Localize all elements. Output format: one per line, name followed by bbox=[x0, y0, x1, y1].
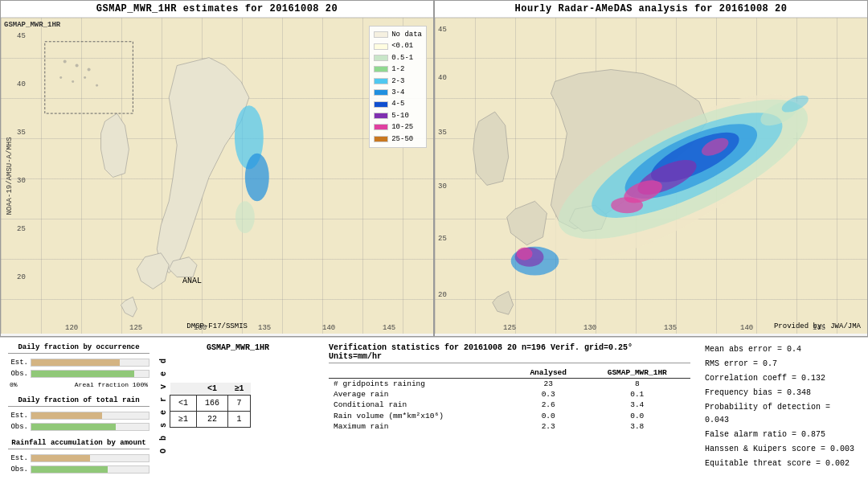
verif-title: Verification statistics for 20161008 20 … bbox=[329, 343, 690, 363]
lon-140: 140 bbox=[322, 324, 335, 332]
rain-obs-fill bbox=[31, 424, 116, 430]
legend-label-05-1: 0.5-1 bbox=[391, 52, 413, 64]
rain-est-fill bbox=[31, 412, 102, 419]
legend-color-nodata bbox=[374, 31, 388, 38]
cell-ge1-ge1: 1 bbox=[228, 412, 251, 428]
verif-table: Analysed GSMAP_MWR_1HR # gridpoints rain… bbox=[329, 367, 690, 432]
verif-gsmap-gridpoints: 8 bbox=[584, 379, 690, 389]
contingency-section: GSMAP_MWR_1HR O b s e r v e d <1 ≥1 bbox=[158, 342, 318, 488]
verif-analysed-rainvol: 0.0 bbox=[513, 410, 584, 421]
legend-label-25-50: 25-50 bbox=[391, 133, 413, 145]
occurrence-obs-fill bbox=[31, 371, 134, 377]
verif-row-rainvol: Rain volume (mm*km²x10⁶) 0.0 0.0 bbox=[329, 410, 690, 421]
verif-gsmap-rainvol: 0.0 bbox=[584, 410, 690, 421]
gsmap-corner-label: GSMAP_MWR_1HR bbox=[4, 21, 60, 29]
stat-mean-abs: Mean abs error = 0.4 bbox=[705, 343, 858, 356]
anal-label: ANAL bbox=[182, 277, 202, 285]
contingency-title: GSMAP_MWR_1HR bbox=[159, 343, 317, 352]
axis-areal: Areal fraction 100% bbox=[75, 381, 148, 388]
legend-label-1-2: 1-2 bbox=[391, 64, 404, 75]
verif-col-gsmap: GSMAP_MWR_1HR bbox=[584, 367, 690, 379]
lat-45: 45 bbox=[17, 32, 26, 40]
rain-obs-row: Obs. bbox=[8, 423, 149, 431]
empty-header bbox=[170, 383, 197, 396]
verif-gsmap-avgrain: 0.1 bbox=[584, 389, 690, 400]
svg-marker-21 bbox=[493, 291, 514, 314]
occurrence-est-track bbox=[31, 359, 149, 367]
legend-item-nodata: No data bbox=[374, 29, 422, 40]
right-lat-25: 25 bbox=[438, 235, 447, 243]
svg-point-14 bbox=[84, 76, 86, 79]
accum-est-label: Est. bbox=[8, 454, 28, 462]
svg-point-12 bbox=[59, 76, 62, 79]
right-lat-45: 45 bbox=[438, 26, 447, 34]
svg-point-11 bbox=[88, 68, 91, 72]
verif-label-avgrain: Average rain bbox=[329, 389, 513, 400]
legend-color-4-5 bbox=[374, 101, 388, 108]
row-ge1: ≥1 22 1 bbox=[170, 412, 251, 428]
stat-corr-coeff: Correlation coeff = 0.132 bbox=[705, 372, 858, 385]
contingency-wrapper: O b s e r v e d <1 ≥1 <1 bbox=[159, 357, 317, 453]
stat-freq-bias: Frequency bias = 0.348 bbox=[705, 387, 858, 400]
legend-label-2-3: 2-3 bbox=[391, 76, 404, 87]
cell-lt1-lt1: 166 bbox=[197, 396, 228, 412]
verif-row-avgrain: Average rain 0.3 0.1 bbox=[329, 389, 690, 400]
right-lat-40: 40 bbox=[438, 74, 447, 82]
legend-color-05-1 bbox=[374, 55, 388, 61]
legend-label-nodata: No data bbox=[391, 29, 422, 40]
legend-item-5-10: 5-10 bbox=[374, 110, 422, 121]
axis-0pct: 0% bbox=[10, 381, 18, 388]
stats-row: Daily fraction by occurrence Est. Obs. 0… bbox=[0, 338, 868, 492]
legend-color-25-50 bbox=[374, 136, 388, 142]
occurrence-est-fill bbox=[31, 359, 120, 366]
left-map-title: GSMAP_MWR_1HR estimates for 20161008 20 bbox=[1, 1, 433, 18]
svg-point-6 bbox=[245, 154, 269, 202]
accum-obs-label: Obs. bbox=[8, 465, 28, 474]
occurrence-axis: 0% Areal fraction 100% bbox=[8, 381, 149, 388]
lat-40: 40 bbox=[17, 80, 26, 88]
verif-row-condrain: Conditional rain 2.6 3.4 bbox=[329, 400, 690, 410]
left-map-canvas: NOAA-19/AMSU-A/MHS bbox=[1, 18, 433, 334]
legend-label-3-4: 3-4 bbox=[391, 87, 404, 98]
verif-col-empty bbox=[329, 367, 513, 379]
accumulation-chart-title: Rainfall accumulation by amount bbox=[8, 439, 149, 449]
verif-gsmap-maxrain: 3.8 bbox=[584, 421, 690, 432]
legend-item-3-4: 3-4 bbox=[374, 87, 422, 98]
left-map-panel: GSMAP_MWR_1HR estimates for 20161008 20 … bbox=[0, 0, 434, 337]
occurrence-est-row: Est. bbox=[8, 359, 149, 367]
stat-prob-detection: Probability of detection = 0.043 bbox=[705, 401, 858, 427]
stat-false-alarm: False alarm ratio = 0.875 bbox=[705, 428, 858, 441]
svg-point-15 bbox=[96, 84, 98, 87]
dmsp-label: DMSP-F17/SSMIS bbox=[186, 322, 248, 330]
svg-marker-19 bbox=[473, 112, 509, 185]
occurrence-obs-label: Obs. bbox=[8, 370, 28, 378]
maps-row: GSMAP_MWR_1HR estimates for 20161008 20 … bbox=[0, 0, 868, 338]
row-lt1: <1 166 7 bbox=[170, 396, 251, 412]
right-map-canvas: 45 40 35 30 25 20 125 130 135 140 145 Pr… bbox=[435, 18, 867, 334]
lon-125: 125 bbox=[129, 324, 142, 332]
legend-color-1-2 bbox=[374, 66, 388, 72]
right-stats-section: Mean abs error = 0.4 RMS error = 0.7 Cor… bbox=[701, 342, 862, 488]
row-lt1-label: <1 bbox=[170, 396, 197, 412]
lat-35: 35 bbox=[17, 129, 26, 137]
legend: No data <0.01 0.5-1 1-2 bbox=[369, 26, 427, 148]
provided-by-label: Provided by: JWA/JMA bbox=[774, 322, 861, 330]
stat-hanssen: Hanssen & Kuipers score = 0.003 bbox=[705, 443, 858, 456]
rain-obs-label: Obs. bbox=[8, 423, 28, 431]
bar-charts-section: Daily fraction by occurrence Est. Obs. 0… bbox=[6, 342, 151, 488]
legend-item-lt001: <0.01 bbox=[374, 40, 422, 51]
legend-color-10-25 bbox=[374, 124, 388, 130]
verif-analysed-gridpoints: 23 bbox=[513, 379, 584, 389]
main-container: GSMAP_MWR_1HR estimates for 20161008 20 … bbox=[0, 0, 868, 492]
legend-item-4-5: 4-5 bbox=[374, 98, 422, 109]
right-lat-35: 35 bbox=[438, 129, 447, 137]
rain-est-label: Est. bbox=[8, 412, 28, 420]
occurrence-est-label: Est. bbox=[8, 359, 28, 367]
verif-row-maxrain: Maximum rain 2.3 3.8 bbox=[329, 421, 690, 432]
stat-equitable: Equitable threat score = 0.002 bbox=[705, 457, 858, 470]
svg-marker-1 bbox=[137, 253, 169, 289]
svg-point-7 bbox=[235, 201, 255, 233]
right-map-title: Hourly Radar-AMeDAS analysis for 2016100… bbox=[435, 1, 867, 18]
rain-obs-track bbox=[31, 423, 149, 431]
verif-analysed-avgrain: 0.3 bbox=[513, 389, 584, 400]
